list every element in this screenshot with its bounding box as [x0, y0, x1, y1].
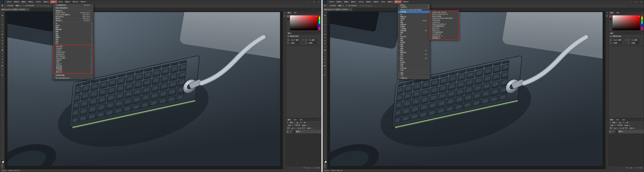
- lasso-tool[interactable]: ◠: [0, 20, 4, 23]
- delete-layer-icon[interactable]: ⌦: [640, 167, 642, 169]
- lock-all-icon[interactable]: ⊠: [300, 127, 301, 129]
- quick-selection-tool[interactable]: ✦: [0, 23, 4, 26]
- menu-type[interactable]: 文字(Y): [35, 0, 42, 3]
- menu-item[interactable]: 浏览联机滤镜...: [53, 74, 94, 76]
- new-group-icon[interactable]: ▢: [313, 167, 314, 169]
- menu-item[interactable]: 其它 ▸: [53, 42, 94, 44]
- menu-edit[interactable]: 编辑(E): [335, 0, 343, 3]
- menu-window[interactable]: 窗口(W): [394, 0, 402, 3]
- quick-mask-icon[interactable]: ◭: [2, 164, 3, 166]
- panel-menu-icon[interactable]: ≡: [318, 12, 321, 13]
- menu-item[interactable]: 像素化 ▸: [53, 36, 94, 38]
- tab-swatches[interactable]: 色板: [615, 11, 621, 14]
- hand-tool[interactable]: ☜: [0, 70, 4, 74]
- layer-visibility-toggle[interactable]: ʘ: [609, 130, 612, 134]
- tool-preset-caret-icon[interactable]: ▾: [327, 5, 328, 6]
- menu-item[interactable]: 时间轴: [398, 41, 430, 43]
- foreground-color-swatch[interactable]: [287, 15, 289, 17]
- extension-menu-item[interactable]: Basics汉化版: [430, 15, 458, 17]
- adjustment-layer-icon[interactable]: ◐: [633, 167, 634, 169]
- blur-tool[interactable]: ◒: [0, 52, 4, 55]
- layer-filter-kind-dropdown[interactable]: 类型 ▾: [612, 122, 618, 124]
- extension-menu-item[interactable]: TK RapidMask2: [430, 31, 458, 33]
- layer-visibility-toggle[interactable]: ʘ: [286, 130, 289, 134]
- menu-item[interactable]: 字符样式: [398, 67, 430, 69]
- height-field[interactable]: H: 76.2 像素: [628, 39, 642, 41]
- dodge-tool[interactable]: ◐: [323, 55, 327, 58]
- history-brush-tool[interactable]: ↺: [323, 42, 327, 45]
- dodge-tool[interactable]: ◐: [0, 55, 4, 58]
- align-top-icon[interactable]: ⊓: [44, 5, 45, 6]
- background-color-swatch[interactable]: [610, 18, 612, 20]
- screen-mode-icon[interactable]: ▢: [2, 166, 3, 168]
- width-value[interactable]: 125.47 像素: [612, 39, 622, 41]
- menu-item[interactable]: 磨点工具 ▸: [54, 71, 93, 73]
- menu-item[interactable]: 库: [398, 33, 430, 35]
- tab-properties[interactable]: 属性: [286, 32, 292, 35]
- link-dimensions-icon[interactable]: ⧉: [625, 39, 628, 41]
- menu-item[interactable]: 视频 ▸: [53, 34, 94, 36]
- menu-item[interactable]: 扩展功能 ▸: [398, 11, 430, 13]
- menu-item[interactable]: 画笔设置 F5: [398, 30, 430, 32]
- eyedropper-tool[interactable]: ✧: [323, 30, 327, 33]
- menu-item[interactable]: Alien Skin ▸: [54, 45, 93, 47]
- navigator-panel-icon[interactable]: ▤: [606, 15, 608, 17]
- height-value[interactable]: 76.2 像素: [630, 39, 640, 41]
- foreground-color-swatch[interactable]: [324, 160, 325, 162]
- menu-layer[interactable]: 图层(L): [27, 0, 35, 3]
- menu-item[interactable]: 滤镜库(G)...: [53, 10, 94, 12]
- extension-menu-item[interactable]: PIXEL JUGGLER v2: [430, 23, 458, 25]
- filter-shape-layers-icon[interactable]: ▱: [624, 122, 626, 124]
- menu-item[interactable]: 3D ▸: [53, 22, 94, 24]
- lock-artboard-icon[interactable]: ⊞: [298, 127, 299, 129]
- filter-shape-layers-icon[interactable]: ▱: [302, 122, 303, 124]
- link-layers-icon[interactable]: ⧉: [304, 167, 305, 169]
- panel-menu-icon[interactable]: ≡: [318, 32, 321, 34]
- quick-mask-icon[interactable]: ◭: [324, 164, 326, 166]
- y-field[interactable]: Y: 0 像素: [306, 42, 320, 44]
- menu-3d[interactable]: 3D(D): [380, 0, 386, 3]
- panel-menu-icon[interactable]: ≡: [641, 119, 644, 121]
- layer-thumbnail[interactable]: [613, 130, 618, 133]
- pen-tool[interactable]: ✒: [0, 58, 4, 61]
- menu-edit[interactable]: 编辑(E): [13, 0, 20, 3]
- menu-item[interactable]: 直方图: [398, 61, 430, 63]
- menu-item[interactable]: Vertus™ ▸: [54, 63, 93, 65]
- extension-menu-item[interactable]: GuideGuide: [430, 19, 458, 21]
- lasso-tool[interactable]: ◠: [323, 20, 327, 23]
- adjustment-layer-icon[interactable]: ◐: [311, 167, 312, 169]
- height-value[interactable]: 76.2 像素: [308, 39, 317, 41]
- screen-mode-icon[interactable]: ▢: [324, 166, 326, 168]
- lock-position-icon[interactable]: ⊹: [296, 127, 297, 129]
- menu-file[interactable]: 文件(F): [5, 0, 13, 3]
- menu-item[interactable]: 图层复合: [398, 51, 430, 53]
- filter-smart-objects-icon[interactable]: ⬒: [626, 122, 628, 124]
- extension-menu-item[interactable]: Raya Pro 2: [430, 27, 458, 29]
- align-left-icon[interactable]: ⊏: [360, 5, 361, 6]
- opacity-dropdown[interactable]: 100% ▾: [301, 124, 308, 127]
- extension-menu-item[interactable]: Raya Pro1: [430, 29, 458, 31]
- menu-window[interactable]: 窗口(W): [72, 0, 79, 3]
- panel-menu-icon[interactable]: ≡: [641, 12, 644, 13]
- panel-menu-icon[interactable]: ≡: [641, 32, 644, 34]
- rectangle-tool[interactable]: ▭: [323, 67, 327, 70]
- menu-item[interactable]: 样式: [398, 59, 430, 61]
- lock-all-icon[interactable]: ⊠: [622, 127, 624, 129]
- menu-item[interactable]: ✓ 颜色 F6: [398, 57, 430, 59]
- layer-row[interactable]: ʘ 图层 0: [609, 130, 644, 134]
- menu-3d[interactable]: 3D(D): [57, 0, 64, 3]
- zoom-tool[interactable]: ⚲: [0, 74, 4, 77]
- menu-item[interactable]: 扭曲 ▸: [53, 30, 94, 32]
- y-value[interactable]: 0 像素: [630, 42, 639, 44]
- align-bottom-icon[interactable]: ⊔: [371, 5, 372, 6]
- hue-slider[interactable]: [318, 15, 320, 30]
- extension-menu-item[interactable]: TKActionsV4: [430, 33, 458, 35]
- menu-item[interactable]: 3D: [398, 14, 430, 16]
- link-dimensions-icon[interactable]: ⧉: [302, 39, 305, 41]
- tab-properties[interactable]: 属性: [609, 32, 615, 35]
- menu-item[interactable]: 信息 F8: [398, 53, 430, 55]
- layer-row[interactable]: ʘ 图层 0: [286, 130, 321, 134]
- close-button[interactable]: ✕: [639, 0, 644, 3]
- menu-image[interactable]: 图像(I): [20, 0, 27, 3]
- filter-adjustment-layers-icon[interactable]: ◐: [621, 122, 622, 124]
